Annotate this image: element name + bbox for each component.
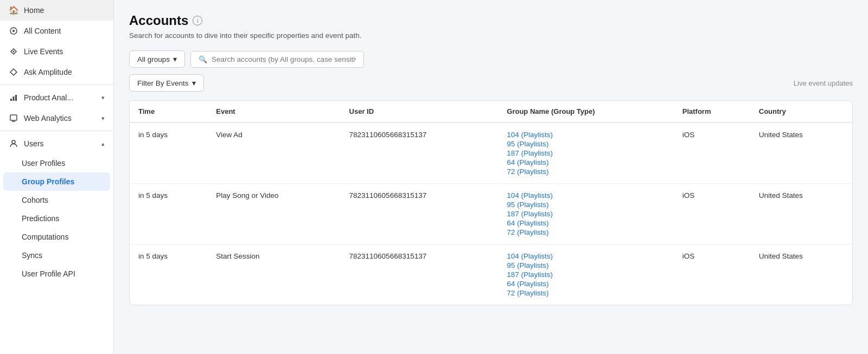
page-subtitle: Search for accounts to dive into their s… [129,31,853,40]
table-row: in 5 daysView Ad7823110605668315137104 (… [130,123,852,184]
dropdown-chevron-icon: ▾ [173,55,177,63]
group-link[interactable]: 64 (Playlists) [507,280,665,288]
filter-by-events-dropdown[interactable]: Filter By Events ▾ [129,74,204,92]
cell-user-id: 7823110605668315137 [341,123,499,184]
chevron-up-icon: ▴ [101,140,105,147]
sidebar-label-live-events: Live Events [24,47,63,56]
sidebar-item-ask-amplitude[interactable]: Ask Amplitude [0,62,113,82]
cell-user-id: 7823110605668315137 [341,244,499,305]
group-link[interactable]: 95 (Playlists) [507,140,665,148]
svg-rect-5 [15,95,17,101]
cell-platform: iOS [674,244,750,305]
cell-time: in 5 days [130,184,207,244]
group-link[interactable]: 187 (Playlists) [507,210,665,218]
sidebar-label-user-profile-api: User Profile API [22,269,75,278]
live-event-updates: Live event updates [794,79,853,87]
col-group-name: Group Name (Group Type) [498,101,673,123]
sidebar-label-users: Users [24,139,44,148]
group-link[interactable]: 64 (Playlists) [507,219,665,227]
cell-group-names: 104 (Playlists)95 (Playlists)187 (Playli… [498,123,673,184]
page-title: Accounts [129,13,188,28]
users-icon [9,139,18,149]
sidebar-item-group-profiles[interactable]: Group Profiles [3,172,110,191]
filter-chevron-icon: ▾ [192,79,196,87]
svg-rect-3 [10,99,12,101]
search-icon: 🔍 [199,55,207,63]
svg-rect-6 [10,115,17,120]
sidebar-item-live-events[interactable]: Live Events [0,41,113,62]
col-event: Event [207,101,340,123]
search-box[interactable]: 🔍 [190,51,364,68]
sidebar-label-ask-amplitude: Ask Amplitude [24,68,72,76]
sidebar-item-home[interactable]: 🏠 Home [0,0,113,21]
filters-row2: Filter By Events ▾ Live event updates [129,74,853,92]
accounts-table: Time Event User ID Group Name (Group Typ… [129,100,853,305]
sidebar-label-predictions: Predictions [22,214,59,223]
group-link[interactable]: 104 (Playlists) [507,191,665,199]
sidebar-label-syncs: Syncs [22,251,42,260]
chevron-down-icon: ▾ [101,94,105,101]
sidebar-item-users[interactable]: Users ▴ [0,133,113,154]
search-input[interactable] [212,55,356,63]
table-header-row: Time Event User ID Group Name (Group Typ… [130,101,852,123]
sidebar-item-user-profiles[interactable]: User Profiles [0,154,113,172]
sidebar-item-predictions[interactable]: Predictions [0,209,113,228]
group-link[interactable]: 72 (Playlists) [507,228,665,236]
sidebar-item-all-content[interactable]: All Content [0,21,113,41]
sidebar-label-web-analytics: Web Analytics [24,114,72,123]
group-link[interactable]: 104 (Playlists) [507,131,665,139]
sidebar-label-cohorts: Cohorts [22,196,48,204]
sidebar: 🏠 Home All Content Live Events Ask Ampli… [0,0,114,354]
divider2 [0,131,113,131]
product-analytics-icon [9,93,18,102]
svg-point-1 [12,30,15,32]
col-user-id: User ID [341,101,499,123]
sidebar-label-group-profiles: Group Profiles [22,177,74,186]
cell-time: in 5 days [130,244,207,305]
col-platform: Platform [674,101,750,123]
home-icon: 🏠 [9,5,18,15]
group-link[interactable]: 72 (Playlists) [507,289,665,297]
sidebar-item-user-profile-api[interactable]: User Profile API [0,265,113,283]
group-link[interactable]: 64 (Playlists) [507,158,665,166]
cell-event: Start Session [207,244,340,305]
table-row: in 5 daysStart Session782311060566831513… [130,244,852,305]
group-link[interactable]: 95 (Playlists) [507,201,665,209]
sidebar-item-cohorts[interactable]: Cohorts [0,191,113,209]
sidebar-label-product-analytics: Product Anal... [24,93,73,102]
sidebar-item-computations[interactable]: Computations [0,228,113,246]
svg-point-7 [12,140,15,144]
group-link[interactable]: 187 (Playlists) [507,271,665,279]
col-time: Time [130,101,207,123]
cell-platform: iOS [674,123,750,184]
cell-platform: iOS [674,184,750,244]
cell-country: United States [750,244,852,305]
divider [0,85,113,85]
sidebar-item-syncs[interactable]: Syncs [0,246,113,265]
cell-country: United States [750,123,852,184]
sidebar-item-web-analytics[interactable]: Web Analytics ▾ [0,108,113,128]
info-icon[interactable]: i [193,16,202,25]
filter-by-events-label: Filter By Events [137,79,189,87]
cell-country: United States [750,184,852,244]
filters-row: All groups ▾ 🔍 [129,50,853,68]
table-row: in 5 daysPlay Song or Video7823110605668… [130,184,852,244]
svg-point-2 [13,51,15,53]
live-events-icon [9,47,18,56]
cell-group-names: 104 (Playlists)95 (Playlists)187 (Playli… [498,244,673,305]
all-groups-dropdown[interactable]: All groups ▾ [129,50,185,68]
cell-time: in 5 days [130,123,207,184]
cell-user-id: 7823110605668315137 [341,184,499,244]
group-link[interactable]: 187 (Playlists) [507,149,665,157]
group-link[interactable]: 95 (Playlists) [507,261,665,269]
group-link[interactable]: 104 (Playlists) [507,252,665,260]
ask-amplitude-icon [9,67,18,77]
cell-event: View Ad [207,123,340,184]
sidebar-item-product-analytics[interactable]: Product Anal... ▾ [0,87,113,108]
group-link[interactable]: 72 (Playlists) [507,168,665,176]
all-content-icon [9,26,18,36]
sidebar-label-home: Home [24,6,44,15]
all-groups-label: All groups [137,55,170,63]
cell-group-names: 104 (Playlists)95 (Playlists)187 (Playli… [498,184,673,244]
col-country: Country [750,101,852,123]
